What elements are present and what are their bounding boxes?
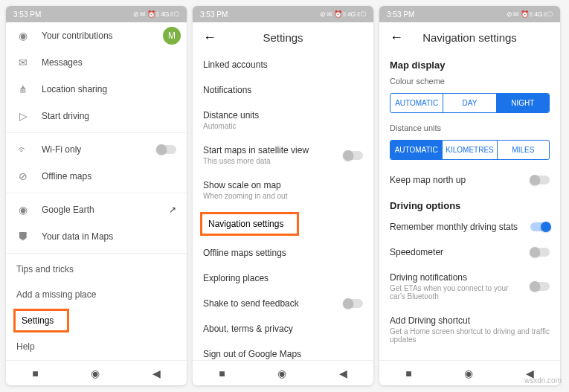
menu-contributions[interactable]: ◉Your contributions — [6, 22, 187, 49]
row-notifications[interactable]: Notifications — [193, 77, 373, 103]
time: 3:53 PM — [13, 10, 41, 19]
navset-content: Map display Colour scheme AUTOMATIC DAY … — [379, 52, 560, 360]
seg-distance-units: AUTOMATIC KILOMETRES MILES — [390, 140, 550, 160]
label: Location sharing — [42, 84, 176, 94]
opt-day[interactable]: DAY — [443, 94, 496, 112]
earth-icon: ◉ — [16, 204, 30, 216]
label: Your data in Maps — [42, 231, 176, 242]
divider — [6, 132, 187, 133]
row-show-scale[interactable]: Show scale on mapWhen zooming in and out — [193, 173, 373, 208]
satellite-toggle[interactable] — [344, 151, 363, 160]
label: Offline maps — [42, 171, 176, 181]
row-about[interactable]: About, terms & privacy — [193, 316, 373, 341]
speedometer-toggle[interactable] — [530, 248, 550, 257]
back-button[interactable]: ← — [203, 30, 216, 45]
watermark: wsxdn.com — [524, 376, 562, 385]
driving-icon: ▷ — [16, 110, 30, 122]
row-navigation-highlight: Navigation settings — [193, 208, 373, 240]
menu-settings-highlight: Settings — [6, 307, 187, 334]
row-linked-accounts[interactable]: Linked accounts — [193, 52, 373, 77]
north-toggle[interactable] — [530, 176, 550, 184]
offline-icon: ⊘ — [16, 170, 30, 182]
wifi-icon: ᯤ — [16, 144, 30, 155]
data-icon: ⛊ — [16, 231, 30, 242]
screen-settings: 3:53 PM ⊘ ✉ ⏰ ⫴ 4G ⫴ ▢ ← Settings Linked… — [193, 6, 373, 385]
menu-add-place[interactable]: Add a missing place — [6, 282, 187, 307]
menu-tips[interactable]: Tips and tricks — [6, 257, 187, 282]
menu-help[interactable]: Help — [6, 334, 187, 359]
status-bar: 3:53 PM ⊘ ✉ ⏰ ⫴ 4G ⫴ ▢ — [6, 6, 187, 22]
nav-bar: ■ ◉ ◀ — [193, 360, 373, 385]
section-map-display: Map display — [379, 52, 560, 74]
nav-home[interactable]: ◉ — [464, 367, 473, 379]
messages-icon: ✉ — [16, 57, 30, 68]
notifications-toggle[interactable] — [530, 282, 550, 291]
label: Google Earth — [42, 205, 157, 215]
opt-automatic[interactable]: AUTOMATIC — [390, 141, 443, 159]
menu-wifi-only[interactable]: ᯤWi-Fi only — [6, 136, 187, 163]
location-icon: ⋔ — [16, 83, 30, 95]
menu-google-earth[interactable]: ◉Google Earth↗ — [6, 196, 187, 223]
screen-navigation-settings: 3:53 PM ⊘ ✉ ⏰ ⫴ 4G ⫴ ▢ ← Navigation sett… — [379, 6, 560, 385]
nav-home[interactable]: ◉ — [91, 367, 100, 379]
label-colour-scheme: Colour scheme — [379, 74, 560, 89]
status-bar: 3:53 PM ⊘ ✉ ⏰ ⫴ 4G ⫴ ▢ — [379, 6, 560, 22]
row-distance-units[interactable]: Distance unitsAutomatic — [193, 103, 373, 138]
time: 3:53 PM — [387, 10, 414, 19]
row-signout[interactable]: Sign out of Google Maps — [193, 341, 373, 360]
row-satellite-view[interactable]: Start maps in satellite viewThis uses mo… — [193, 138, 373, 173]
menu-start-driving[interactable]: ▷Start driving — [6, 103, 187, 129]
opt-kilometres[interactable]: KILOMETRES — [443, 141, 497, 159]
opt-automatic[interactable]: AUTOMATIC — [390, 94, 443, 112]
status-icons: ⊘ ✉ ⏰ ⫴ 4G ⫴ ▢ — [320, 10, 366, 19]
status-icons: ⊘ ✉ ⏰ ⫴ 4G ⫴ ▢ — [133, 10, 179, 19]
label-distance-units: Distance units — [379, 121, 560, 135]
avatar[interactable]: M — [163, 27, 181, 45]
label: Your contributions — [42, 30, 176, 41]
wifi-toggle[interactable] — [157, 145, 176, 154]
nav-back[interactable]: ◀ — [152, 367, 161, 379]
label: Wi-Fi only — [42, 144, 145, 155]
menu-settings[interactable]: Settings — [13, 309, 69, 332]
menu-offline-maps[interactable]: ⊘Offline maps — [6, 163, 187, 190]
divider — [6, 253, 187, 254]
menu-content: M ◉Your contributions ✉Messages ⋔Locatio… — [6, 22, 187, 360]
nav-recent[interactable]: ■ — [219, 367, 225, 379]
screen-menu: 3:53 PM ⊘ ✉ ⏰ ⫴ 4G ⫴ ▢ M ◉Your contribut… — [6, 6, 187, 385]
row-driving-notifications[interactable]: Driving notificationsGet ETAs when you c… — [379, 265, 560, 308]
nav-bar: ■ ◉ ◀ — [6, 360, 187, 385]
menu-your-data[interactable]: ⛊Your data in Maps — [6, 223, 187, 250]
header: ← Settings — [193, 22, 373, 52]
nav-back[interactable]: ◀ — [339, 367, 347, 379]
menu-send-feedback[interactable]: Send feedback — [6, 359, 187, 360]
header: ← Navigation settings — [379, 22, 560, 52]
menu-location-sharing[interactable]: ⋔Location sharing — [6, 76, 187, 103]
row-exploring-places[interactable]: Exploring places — [193, 266, 373, 291]
row-offline-maps-settings[interactable]: Offline maps settings — [193, 240, 373, 266]
time: 3:53 PM — [200, 10, 228, 19]
status-icons: ⊘ ✉ ⏰ ⫴ 4G ⫴ ▢ — [507, 10, 553, 19]
contributions-icon: ◉ — [16, 30, 30, 42]
nav-recent[interactable]: ■ — [405, 367, 411, 379]
menu-messages[interactable]: ✉Messages — [6, 49, 187, 76]
shake-toggle[interactable] — [344, 299, 363, 308]
nav-recent[interactable]: ■ — [32, 367, 38, 379]
nav-home[interactable]: ◉ — [277, 367, 286, 379]
opt-night[interactable]: NIGHT — [497, 94, 549, 112]
row-remember-stats[interactable]: Remember monthly driving stats — [379, 214, 560, 240]
row-speedometer[interactable]: Speedometer — [379, 240, 560, 265]
row-keep-north[interactable]: Keep map north up — [379, 167, 560, 193]
page-title: Settings — [216, 31, 350, 44]
label: Messages — [42, 57, 176, 68]
opt-miles[interactable]: MILES — [498, 141, 549, 159]
divider — [6, 193, 187, 193]
status-bar: 3:53 PM ⊘ ✉ ⏰ ⫴ 4G ⫴ ▢ — [193, 6, 373, 22]
row-add-shortcut[interactable]: Add Driving shortcutGet a Home screen sh… — [379, 308, 560, 351]
row-shake-feedback[interactable]: Shake to send feedback — [193, 291, 373, 316]
stats-toggle[interactable] — [530, 222, 550, 231]
settings-content: Linked accounts Notifications Distance u… — [193, 52, 373, 360]
label: Start driving — [42, 111, 176, 121]
page-title: Navigation settings — [403, 31, 536, 44]
row-navigation-settings[interactable]: Navigation settings — [200, 212, 299, 236]
back-button[interactable]: ← — [390, 30, 403, 45]
